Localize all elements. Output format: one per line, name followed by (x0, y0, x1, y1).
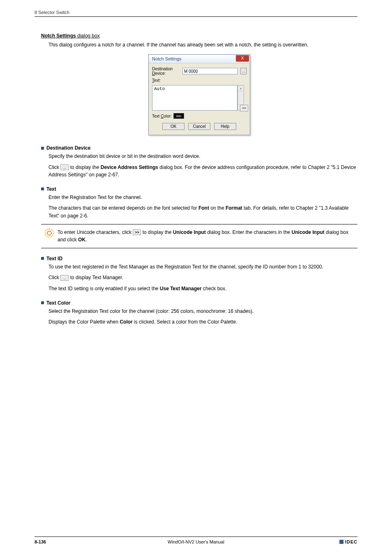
text-p2b1: Font (198, 205, 209, 211)
textcolor-p2b: is clicked. Select a color from the Colo… (133, 319, 238, 325)
text-color-label: Text Color: (152, 114, 172, 118)
dialog-screenshot: Notch Settings X Destination Device: ...… (41, 54, 357, 135)
dest-p2a: Click (48, 164, 60, 170)
bullet-icon (41, 257, 44, 260)
cancel-button[interactable]: Cancel (188, 123, 210, 130)
section-text: Text (41, 186, 357, 192)
logo-text: IDEC (345, 539, 357, 544)
text-area-wrap: ▲ ▼ >> (152, 85, 247, 111)
tip-bold2: Unicode Input (292, 229, 325, 235)
dest-p2bold: Device Address Settings (101, 164, 158, 170)
page-footer: 8-136 WindO/I-NV2 User's Manual IDEC (35, 536, 357, 544)
section-body-dest: Specify the destination bit device or bi… (48, 153, 357, 179)
tc-post: olor: (164, 114, 171, 118)
textcolor-p2a: Displays the Color Palette when (48, 319, 120, 325)
textid-p1: To use the text registered in the Text M… (48, 263, 357, 271)
dest-p1: Specify the destination bit device or bi… (48, 153, 357, 160)
textcolor-p1: Select the Registration Text color for t… (48, 308, 357, 315)
textcolor-p2: Displays the Color Palette when Color is… (48, 318, 357, 326)
tip-bold3: OK (78, 237, 85, 243)
text-p2a: The characters that can be entered depen… (48, 205, 198, 211)
text-label-post: ext: (154, 78, 161, 83)
browse-inline-button: ... (60, 275, 69, 281)
bullet-icon (41, 301, 44, 304)
text-color-row: Text Color: 000 (152, 113, 247, 119)
dest-label-post: evice: (155, 71, 166, 76)
text-p2: The characters that can be entered depen… (48, 204, 357, 220)
heading-rest: dialog box (76, 33, 100, 39)
section-body-textcolor: Select the Registration Text color for t… (48, 308, 357, 326)
destination-browse-button[interactable]: ... (240, 68, 247, 74)
content-area: Notch Settings dialog box This dialog co… (41, 33, 357, 329)
tip-c: dialog box. Enter the characters in the (206, 229, 292, 235)
page-number: 8-136 (35, 539, 46, 544)
text-color-swatch[interactable]: 000 (173, 113, 184, 119)
section-title-dest: Destination Device (46, 145, 90, 151)
tc-pre: Text (152, 114, 161, 118)
idec-logo: IDEC (339, 539, 357, 544)
textid-p2b: to display Text Manager. (69, 275, 123, 280)
chapter-label: 8 Selector Switch (35, 10, 69, 15)
section-title-textid: Text ID (46, 256, 62, 261)
textid-p3bold: Use Text Manager (160, 286, 202, 291)
section-destination-device: Destination Device (41, 145, 357, 151)
destination-device-input[interactable] (182, 68, 238, 74)
section-body-textid: To use the text registered in the Text M… (48, 263, 357, 293)
logo-square-icon (339, 540, 344, 544)
textid-p2: Click ... to display Text Manager. (48, 274, 357, 282)
dest-label-pre: Destination (152, 67, 173, 71)
text-p2b2: Format (226, 205, 242, 211)
footer-center-text: WindO/I-NV2 User's Manual (168, 539, 224, 544)
text-p1: Enter the Registration Text for the chan… (48, 194, 357, 201)
destination-device-label: Destination Device: (152, 67, 181, 76)
section-title-textcolor: Text Color (46, 300, 70, 306)
dialog-button-row: OK Cancel Help (152, 123, 247, 132)
textid-p2a: Click (48, 275, 60, 280)
intro-text: This dialog configures a notch for a cha… (48, 41, 357, 49)
text-label-row: Text: (152, 78, 247, 83)
section-title-text: Text (46, 186, 56, 192)
heading-bold: Notch Settings (41, 33, 76, 39)
section-body-text: Enter the Registration Text for the chan… (48, 194, 357, 220)
tip-box: To enter Unicode characters, click >> to… (41, 224, 357, 248)
text-p2mid: on the (209, 205, 226, 211)
lightbulb-icon (45, 229, 54, 238)
tip-a: To enter Unicode characters, click (58, 229, 133, 235)
textid-p3a: The text ID setting is only enabled if y… (48, 286, 160, 291)
tip-text: To enter Unicode characters, click >> to… (58, 229, 357, 244)
textcolor-p2bold: Color (120, 319, 132, 325)
bullet-icon (41, 147, 44, 150)
section-text-id: Text ID (41, 256, 357, 261)
scroll-up-icon[interactable]: ▲ (238, 86, 244, 91)
tip-b: to display the (141, 229, 173, 235)
browse-inline-button: ... (60, 164, 69, 170)
notch-settings-dialog: Notch Settings X Destination Device: ...… (148, 54, 250, 135)
dest-p2: Click ... to display the Device Address … (48, 164, 357, 179)
section-text-color: Text Color (41, 300, 357, 306)
dialog-titlebar: Notch Settings X (149, 55, 250, 63)
dialog-body: Destination Device: ... Text: ▲ ▼ >> (149, 63, 250, 135)
dialog-title-text: Notch Settings (152, 56, 182, 61)
expand-button[interactable]: >> (240, 105, 248, 111)
tip-bold1: Unicode Input (173, 229, 206, 235)
chevron-right-icon: >> (133, 229, 141, 235)
tip-icon-wrap (41, 229, 58, 238)
tip-e: . (85, 237, 87, 243)
textid-p3: The text ID setting is only enabled if y… (48, 285, 357, 293)
registration-text-textarea[interactable] (152, 85, 238, 111)
text-field-label: Text: (152, 78, 161, 83)
destination-device-row: Destination Device: ... (152, 67, 247, 76)
ok-button[interactable]: OK (162, 123, 184, 130)
notch-settings-heading: Notch Settings dialog box (41, 33, 357, 39)
bullet-icon (41, 187, 44, 190)
help-button[interactable]: Help (214, 123, 236, 130)
page-header: 8 Selector Switch (35, 10, 357, 17)
dest-p2b: to display the (69, 164, 100, 170)
textid-p3b: check box. (202, 286, 227, 291)
dialog-close-button[interactable]: X (236, 55, 249, 62)
